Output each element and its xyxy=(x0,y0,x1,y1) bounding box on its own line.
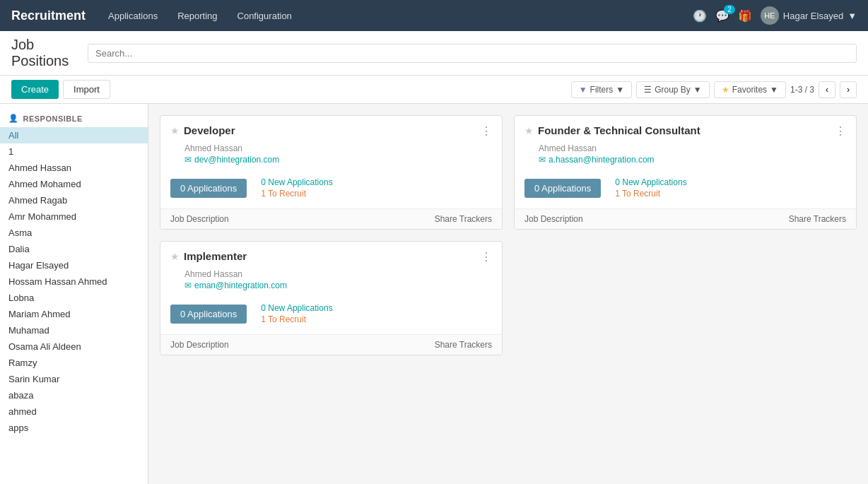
job-card-body: 0 Applications 0 New Applications 1 To R… xyxy=(160,172,502,208)
cards-area: ★ Developer ⋮ Ahmed Hassan ✉ dev@hintegr… xyxy=(148,104,868,484)
sidebar-item-lobna[interactable]: Lobna xyxy=(0,290,148,306)
sidebar-item-dalia[interactable]: Dalia xyxy=(0,241,148,257)
groupby-icon: ☰ xyxy=(644,85,652,95)
share-trackers-link[interactable]: Share Trackers xyxy=(435,340,492,350)
navbar-menu: Applications Reporting Configuration xyxy=(100,6,693,25)
job-description-link[interactable]: Job Description xyxy=(170,214,229,224)
job-description-link[interactable]: Job Description xyxy=(170,340,229,350)
applications-button[interactable]: 0 Applications xyxy=(170,305,247,324)
job-responsible: Ahmed Hassan xyxy=(184,269,492,279)
navbar-user[interactable]: HE Hagar Elsayed ▼ xyxy=(761,6,857,25)
nav-configuration[interactable]: Configuration xyxy=(229,6,300,25)
create-button[interactable]: Create xyxy=(11,80,59,99)
sidebar-item-amr-mohammed[interactable]: Amr Mohammed xyxy=(0,208,148,225)
sidebar-item-ahmed-ragab[interactable]: Ahmed Ragab xyxy=(0,192,148,208)
sidebar-item-hagar-elsayed[interactable]: Hagar Elsayed xyxy=(0,257,148,273)
job-title-row: ★ Implementer xyxy=(170,250,247,262)
to-recruit-stat: 1 To Recruit xyxy=(615,189,686,199)
star-icon: ★ xyxy=(722,85,729,95)
navbar-right: 🕐 💬 2 🎁 HE Hagar Elsayed ▼ xyxy=(693,6,857,25)
pagination-prev[interactable]: ‹ xyxy=(819,81,835,98)
new-applications-stat: 0 New Applications xyxy=(615,177,686,187)
job-title-row: ★ Developer xyxy=(170,124,235,136)
content-wrapper: Job Positions Create Import ▼ Filters ▼ … xyxy=(0,31,868,484)
nav-applications[interactable]: Applications xyxy=(100,6,166,25)
email-text: eman@hintegration.com xyxy=(194,281,287,290)
sidebar-item-sarin-kumar[interactable]: Sarin Kumar xyxy=(0,371,148,387)
job-card-implementer: ★ Implementer ⋮ Ahmed Hassan ✉ eman@hint… xyxy=(160,241,503,355)
job-card-founder: ★ Founder & Technical Consultant ⋮ Ahmed… xyxy=(514,115,857,230)
sidebar-item-ahmed-hassan[interactable]: Ahmed Hassan xyxy=(0,160,148,176)
favorites-button[interactable]: ★ Favorites ▼ xyxy=(714,81,786,98)
sidebar-item-muhamad[interactable]: Muhamad xyxy=(0,322,148,338)
chat-icon[interactable]: 💬 2 xyxy=(715,9,729,23)
job-email[interactable]: ✉ eman@hintegration.com xyxy=(184,281,492,290)
job-card-footer: Job Description Share Trackers xyxy=(160,208,502,229)
share-trackers-link[interactable]: Share Trackers xyxy=(435,214,492,224)
sidebar-item-osama-ali-aldeen[interactable]: Osama Ali Aldeen xyxy=(0,338,148,355)
sidebar-item-asma[interactable]: Asma xyxy=(0,225,148,241)
job-card-developer: ★ Developer ⋮ Ahmed Hassan ✉ dev@hintegr… xyxy=(160,115,503,230)
to-recruit-stat: 1 To Recruit xyxy=(261,314,332,324)
favorite-star-icon[interactable]: ★ xyxy=(170,251,180,262)
pagination-info: 1-3 / 3 xyxy=(790,85,814,95)
sidebar-item-ahmed[interactable]: ahmed xyxy=(0,403,148,420)
toolbar: Create Import ▼ Filters ▼ ☰ Group By ▼ ★… xyxy=(0,76,868,104)
filters-button[interactable]: ▼ Filters ▼ xyxy=(571,81,632,98)
job-card-body: 0 Applications 0 New Applications 1 To R… xyxy=(160,297,502,334)
job-email[interactable]: ✉ a.hassan@hintegration.com xyxy=(539,155,846,165)
gift-icon[interactable]: 🎁 xyxy=(738,9,752,23)
search-input[interactable] xyxy=(88,44,857,63)
sidebar: 👤 RESPONSIBLE All1Ahmed HassanAhmed Moha… xyxy=(0,104,148,484)
groupby-dropdown-icon: ▼ xyxy=(693,85,702,95)
page-title: Job Positions xyxy=(11,37,88,69)
sidebar-section-responsible: 👤 RESPONSIBLE xyxy=(0,110,148,127)
job-card-footer: Job Description Share Trackers xyxy=(160,334,502,355)
navbar: Recruitment Applications Reporting Confi… xyxy=(0,0,868,31)
email-text: a.hassan@hintegration.com xyxy=(549,155,655,165)
favorites-dropdown-icon: ▼ xyxy=(770,85,778,95)
job-title-row: ★ Founder & Technical Consultant xyxy=(524,124,700,136)
job-email[interactable]: ✉ dev@hintegration.com xyxy=(184,155,492,165)
sidebar-item-1[interactable]: 1 xyxy=(0,143,148,160)
main-body: 👤 RESPONSIBLE All1Ahmed HassanAhmed Moha… xyxy=(0,104,868,484)
applications-button[interactable]: 0 Applications xyxy=(524,179,601,198)
sidebar-item-apps[interactable]: apps xyxy=(0,420,148,436)
job-stats: 0 New Applications 1 To Recruit xyxy=(615,177,686,199)
user-name: Hagar Elsayed xyxy=(783,11,843,21)
sidebar-item-all[interactable]: All xyxy=(0,127,148,143)
pagination-next[interactable]: › xyxy=(840,81,857,98)
job-card-header: ★ Founder & Technical Consultant ⋮ xyxy=(515,116,856,143)
share-trackers-link[interactable]: Share Trackers xyxy=(789,214,846,224)
envelope-icon: ✉ xyxy=(184,155,192,165)
job-title: Founder & Technical Consultant xyxy=(538,124,700,136)
clock-icon[interactable]: 🕐 xyxy=(693,9,707,23)
user-dropdown-icon: ▼ xyxy=(848,11,857,21)
more-options-icon[interactable]: ⋮ xyxy=(481,124,492,138)
user-avatar: HE xyxy=(761,6,779,25)
sidebar-item-ramzy[interactable]: Ramzy xyxy=(0,355,148,371)
page-header: Job Positions xyxy=(0,31,868,76)
sidebar-item-hossam-hassan-ahmed[interactable]: Hossam Hassan Ahmed xyxy=(0,273,148,290)
job-meta: Ahmed Hassan ✉ a.hassan@hintegration.com xyxy=(515,143,856,172)
job-meta: Ahmed Hassan ✉ eman@hintegration.com xyxy=(160,269,502,297)
sidebar-item-mariam-ahmed[interactable]: Mariam Ahmed xyxy=(0,306,148,322)
job-card-header: ★ Implementer ⋮ xyxy=(160,242,502,269)
sidebar-item-abaza[interactable]: abaza xyxy=(0,387,148,403)
job-card-footer: Job Description Share Trackers xyxy=(515,208,856,229)
more-options-icon[interactable]: ⋮ xyxy=(835,124,846,138)
toolbar-right: ▼ Filters ▼ ☰ Group By ▼ ★ Favorites ▼ 1… xyxy=(571,81,857,98)
import-button[interactable]: Import xyxy=(63,80,110,99)
applications-button[interactable]: 0 Applications xyxy=(170,179,247,198)
job-stats: 0 New Applications 1 To Recruit xyxy=(261,177,332,199)
new-applications-stat: 0 New Applications xyxy=(261,303,332,313)
more-options-icon[interactable]: ⋮ xyxy=(481,250,492,264)
sidebar-items: All1Ahmed HassanAhmed MohamedAhmed Ragab… xyxy=(0,127,148,436)
groupby-button[interactable]: ☰ Group By ▼ xyxy=(636,81,710,98)
favorite-star-icon[interactable]: ★ xyxy=(170,125,180,136)
sidebar-item-ahmed-mohamed[interactable]: Ahmed Mohamed xyxy=(0,176,148,192)
job-responsible: Ahmed Hassan xyxy=(184,143,492,153)
favorite-star-icon[interactable]: ★ xyxy=(524,125,534,136)
job-description-link[interactable]: Job Description xyxy=(524,214,583,224)
nav-reporting[interactable]: Reporting xyxy=(169,6,225,25)
